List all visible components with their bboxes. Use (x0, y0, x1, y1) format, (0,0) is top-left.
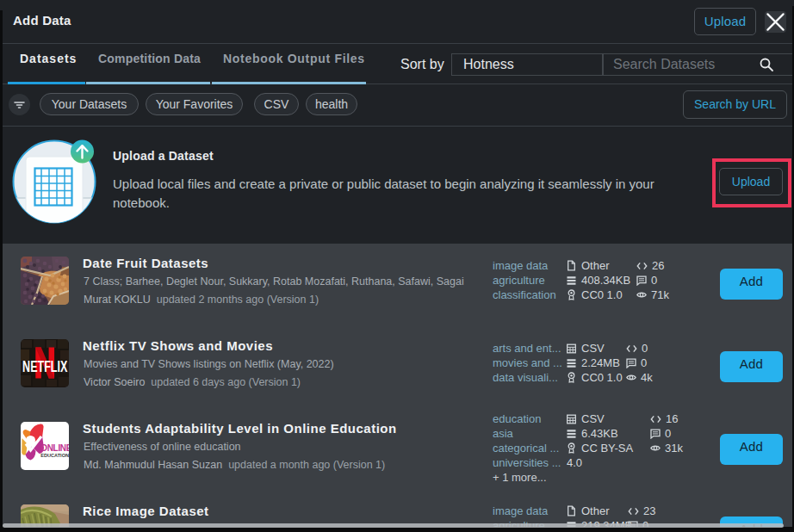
svg-text:ONLINE: ONLINE (40, 443, 69, 453)
svg-text:EDUCATION: EDUCATION (40, 453, 69, 458)
svg-text:NETFLIX: NETFLIX (22, 356, 67, 374)
